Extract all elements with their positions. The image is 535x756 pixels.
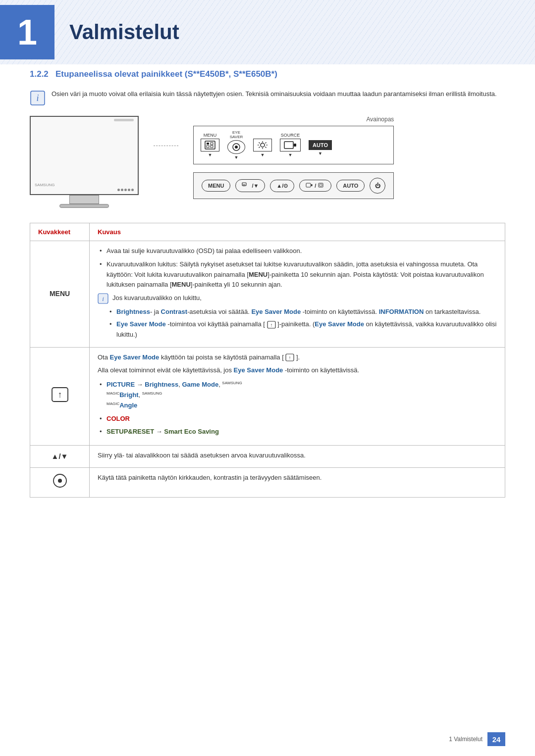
header-content: 1 Valmistelut	[0, 0, 535, 64]
svg-text:⊡: ⊡	[243, 184, 245, 187]
key-item-eye-saver: EYE SAVER ▼	[227, 130, 245, 160]
inline-note-locked: i Jos kuvaruutuvalikko on lukittu,	[98, 293, 497, 304]
key-item-menu: MENU ▼	[201, 133, 219, 157]
svg-text:i: i	[36, 93, 39, 103]
page-footer: 1 Valmistelut 24	[449, 732, 505, 746]
description-table: Kuvakkeet Kuvaus MENU Avaa tai sulje kuv…	[30, 223, 505, 498]
svg-point-9	[261, 143, 265, 147]
svg-rect-4	[207, 146, 209, 148]
game-mode: Game Mode	[182, 381, 218, 388]
up-arrow-box-icon: ↑	[51, 387, 69, 403]
key-icon-eye	[227, 140, 245, 154]
brightness-icon	[257, 141, 268, 150]
chapter-number: 1	[0, 5, 54, 59]
svg-rect-22	[306, 183, 311, 187]
page-number: 24	[487, 732, 505, 746]
key-label-source: SOURCE	[281, 133, 300, 138]
svg-rect-5	[211, 143, 213, 145]
eye-saver-label-3: Eye Saver Mode	[315, 320, 364, 328]
svg-rect-6	[211, 146, 213, 148]
color-label: COLOR	[107, 415, 130, 422]
table-cell-menu-desc: Avaa tai sulje kuvaruutuvalikko (OSD) ta…	[90, 241, 505, 348]
information-label: INFORMATION	[379, 308, 424, 315]
monitor-stand	[69, 195, 99, 204]
svg-rect-19	[294, 144, 296, 147]
contrast-label: Contrast	[161, 308, 187, 315]
monitor-btn-3	[124, 189, 127, 191]
note-icon: i	[30, 90, 46, 106]
up-arrow-desc-1: Ota Eye Saver Mode käyttöön tai poista s…	[98, 353, 497, 363]
up-arrow-item-color: COLOR	[98, 414, 497, 424]
key-icon-auto: AUTO	[309, 140, 332, 150]
source-front-icon	[306, 183, 313, 189]
svg-rect-23	[311, 184, 313, 186]
picture-label: PICTURE	[107, 381, 135, 388]
monitor-top-bar	[114, 119, 134, 121]
chapter-header: 1 Valmistelut	[0, 0, 535, 64]
key-guide-box: MENU ▼ EYE SAVER	[193, 126, 394, 164]
inline-note-text: Jos kuvaruutuvalikko on lukittu,	[112, 293, 202, 303]
key-label-brightness	[262, 133, 264, 138]
up-arrow-desc-2: Alla olevat toiminnot eivät ole käytettä…	[98, 365, 497, 376]
menu-desc-2: Kuvaruutuvalikon lukitus: Säilytä nykyis…	[98, 259, 497, 290]
menu-icon	[205, 141, 215, 150]
key-arrow-eye: ▼	[234, 155, 239, 160]
updown-icon-label: ▲/▼	[52, 452, 68, 460]
eye-saver-label: Eye Saver Mode	[251, 308, 301, 315]
key-label-eye-bottom: SAVER	[230, 135, 243, 139]
nested-desc-1: Brightness- ja Contrast-asetuksia voi sä…	[107, 307, 497, 317]
svg-text:↑: ↑	[270, 322, 272, 328]
svg-point-35	[58, 479, 62, 483]
eye-saver-take: Eye Saver Mode	[110, 353, 160, 361]
section-number: 1.2.2	[30, 69, 49, 79]
table-cell-menu-icon: MENU	[30, 241, 90, 348]
source-icon	[284, 141, 297, 150]
avainopas-label: Avainopas	[193, 116, 394, 123]
key-arrow-menu: ▼	[208, 152, 213, 157]
connect-line-wrapper	[154, 146, 178, 146]
key-guide-section: Avainopas MENU ▼	[193, 116, 394, 199]
up-arrow-bullet-list: PICTURE → Brightness, Game Mode, SAMSUNG…	[98, 380, 497, 437]
key-label-eye-top: EYE	[232, 130, 240, 135]
eye-saver-label-2: Eye Saver Mode	[116, 320, 166, 328]
dual-src-icon	[318, 183, 325, 189]
monitor-btn-1	[117, 189, 120, 191]
svg-text:↑: ↑	[57, 390, 62, 400]
footer-chapter-label: 1 Valmistelut	[449, 736, 482, 743]
table-row-circle: Käytä tätä painiketta näytön kirkkauden,…	[30, 468, 505, 498]
front-buttons-container: MENU ⊡ /▼ ▲/⊙ /	[193, 172, 394, 199]
setup-reset-label: SETUP&RESET	[107, 428, 154, 435]
table-cell-circle-icon	[30, 468, 90, 498]
menu-icon-label: MENU	[50, 290, 70, 298]
monitor-box: SAMSUNG	[30, 116, 139, 195]
connect-line	[154, 146, 178, 146]
svg-line-14	[259, 143, 260, 144]
svg-rect-2	[205, 141, 215, 149]
monitor-btn-2	[121, 189, 123, 191]
bright-label: Bright	[119, 391, 138, 399]
monitor-small-buttons	[117, 189, 134, 191]
key-item-brightness: ▼	[253, 133, 272, 157]
svg-point-8	[235, 146, 238, 149]
svg-rect-3	[207, 143, 209, 145]
angle-label: Angle	[119, 402, 137, 409]
monitor-diagram-area: SAMSUNG Avainopas	[30, 116, 505, 208]
brightness-2: Brightness	[145, 381, 178, 388]
nested-bullet-list: Brightness- ja Contrast-asetuksia voi sä…	[98, 307, 497, 340]
inline-note-icon: i	[98, 293, 108, 304]
updown-desc: Siirry ylä- tai alavalikkoon tai säädä a…	[98, 452, 306, 459]
key-icon-brightness	[253, 139, 272, 151]
table-row-up-down: ▲/▼ Siirry ylä- tai alavalikkoon tai sää…	[30, 446, 505, 468]
key-arrow-brightness: ▼	[261, 152, 265, 157]
svg-rect-18	[284, 142, 293, 149]
table-row-menu: MENU Avaa tai sulje kuvaruutuvalikko (OS…	[30, 241, 505, 348]
front-btn-adjust: ⊡ /▼	[235, 179, 265, 192]
up-arrow-item-setup: SETUP&RESET → Smart Eco Saving	[98, 427, 497, 437]
front-btn-power: ⏻	[370, 178, 385, 194]
key-label-menu: MENU	[204, 133, 217, 138]
menu-desc-1: Avaa tai sulje kuvaruutuvalikko (OSD) ta…	[98, 246, 497, 256]
section-title: Etupaneelissa olevat painikkeet (S**E450…	[55, 69, 277, 79]
eye-saver-not-avail: Eye Saver Mode	[234, 366, 283, 374]
table-cell-up-arrow-icon: ↑	[30, 347, 90, 446]
table-header-description: Kuvaus	[90, 223, 505, 241]
